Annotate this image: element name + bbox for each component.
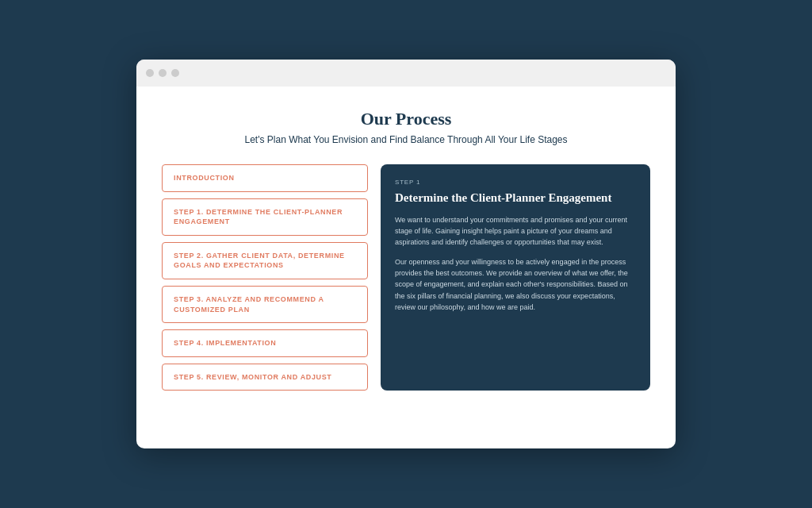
nav-item-step5[interactable]: STEP 5. REVIEW, MONITOR AND ADJUST — [162, 364, 368, 391]
step-title: Determine the Client-Planner Engagement — [395, 190, 636, 206]
detail-panel: STEP 1 Determine the Client-Planner Enga… — [381, 164, 650, 391]
nav-item-step1[interactable]: STEP 1. DETERMINE THE CLIENT-PLANNERENGA… — [162, 198, 368, 236]
page-title: Our Process — [162, 109, 650, 129]
step-label: STEP 1 — [395, 179, 636, 186]
browser-dot-red — [146, 69, 154, 77]
nav-list: INTRODUCTION STEP 1. DETERMINE THE CLIEN… — [162, 164, 368, 391]
browser-dot-green — [171, 69, 179, 77]
step-body-paragraph2: Our openness and your willingness to be … — [395, 256, 636, 314]
browser-dot-yellow — [159, 69, 167, 77]
nav-item-step4[interactable]: STEP 4. IMPLEMENTATION — [162, 329, 368, 357]
page-header: Our Process Let's Plan What You Envision… — [162, 109, 650, 145]
nav-item-step3[interactable]: STEP 3. ANALYZE AND RECOMMEND ACUSTOMIZE… — [162, 286, 368, 323]
browser-toolbar — [136, 60, 676, 87]
browser-content: Our Process Let's Plan What You Envision… — [136, 87, 676, 448]
nav-item-introduction[interactable]: INTRODUCTION — [162, 164, 368, 192]
step-body-paragraph1: We want to understand your commitments a… — [395, 214, 636, 248]
content-area: INTRODUCTION STEP 1. DETERMINE THE CLIEN… — [162, 164, 650, 391]
page-subtitle: Let's Plan What You Envision and Find Ba… — [162, 134, 650, 145]
browser-window: Our Process Let's Plan What You Envision… — [136, 60, 676, 448]
nav-item-step2[interactable]: STEP 2. GATHER CLIENT DATA, DETERMINEGOA… — [162, 242, 368, 279]
